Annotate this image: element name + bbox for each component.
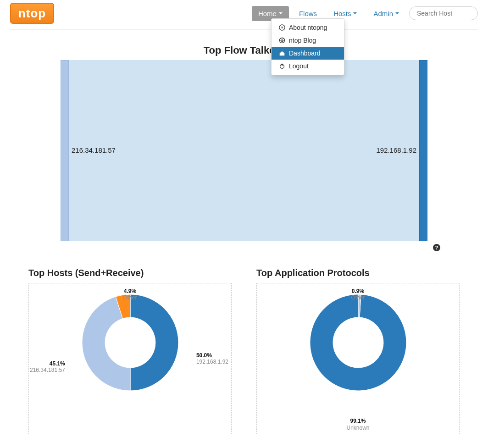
menu-logout-label: Logout [289, 62, 309, 70]
talkers-chart-wrap: 216.34.181.57 192.168.1.92 ? [61, 60, 427, 241]
proto-panel: Top Application Protocols 0.9% Other 99.… [256, 268, 460, 434]
menu-blog[interactable]: ntop Blog [272, 34, 344, 47]
caret-down-icon [353, 12, 357, 14]
home-icon [279, 50, 285, 56]
hosts-panel: Top Hosts (Send+Receive) 4.9% Other [28, 268, 232, 434]
globe-icon [279, 37, 285, 44]
menu-dashboard-label: Dashboard [289, 50, 321, 57]
search-input[interactable] [409, 6, 478, 20]
svg-text:?: ? [281, 26, 283, 30]
talkers-right-host: 192.168.1.92 [376, 146, 416, 154]
svg-rect-5 [61, 60, 69, 241]
caret-down-icon [279, 12, 283, 14]
menu-logout[interactable]: Logout [272, 60, 344, 72]
brand-logo[interactable]: ntop [10, 3, 54, 24]
svg-rect-7 [69, 60, 419, 241]
talkers-title: Top Flow Talkers [10, 44, 478, 56]
help-icon[interactable]: ? [433, 244, 440, 251]
menu-blog-label: ntop Blog [289, 37, 316, 44]
proto-panel-title: Top Application Protocols [256, 268, 460, 278]
charts-row: Top Hosts (Send+Receive) 4.9% Other [10, 268, 478, 434]
menu-about[interactable]: ? About ntopng [272, 21, 344, 34]
hosts-ann-other: 4.9% Other [123, 288, 137, 301]
proto-ann-unknown: 99.1% Unknown [346, 418, 369, 431]
hosts-ann-left: 45.1% 216.34.181.57 [30, 360, 65, 374]
proto-panel-body: 0.9% Other 99.1% Unknown [256, 283, 460, 434]
navbar: ntop Home Flows Hosts Admin ? [10, 0, 478, 30]
nav-admin[interactable]: Admin [367, 6, 405, 21]
home-dropdown: ? About ntopng ntop Blog Dashboard [271, 18, 344, 75]
menu-about-label: About ntopng [289, 24, 327, 31]
talkers-left-host: 216.34.181.57 [72, 146, 116, 154]
hosts-donut-chart[interactable] [78, 290, 183, 395]
question-circle-icon: ? [279, 24, 285, 31]
menu-dashboard[interactable]: Dashboard [272, 47, 344, 60]
proto-donut-chart[interactable] [305, 290, 411, 395]
svg-rect-6 [419, 60, 427, 241]
nav-admin-label: Admin [373, 10, 393, 17]
hosts-panel-title: Top Hosts (Send+Receive) [28, 268, 232, 278]
hosts-ann-right: 50.0% 192.168.1.92 [196, 352, 228, 365]
hosts-panel-body: 4.9% Other 50.0% 192.168.1.92 45.1% 216.… [28, 283, 232, 434]
power-icon [279, 63, 285, 69]
nav-hosts-label: Hosts [333, 10, 351, 17]
talkers-chart[interactable]: 216.34.181.57 192.168.1.92 [61, 60, 427, 241]
nav-home-label: Home [258, 10, 277, 17]
caret-down-icon [395, 12, 399, 14]
proto-ann-other: 0.9% Other [351, 288, 365, 301]
